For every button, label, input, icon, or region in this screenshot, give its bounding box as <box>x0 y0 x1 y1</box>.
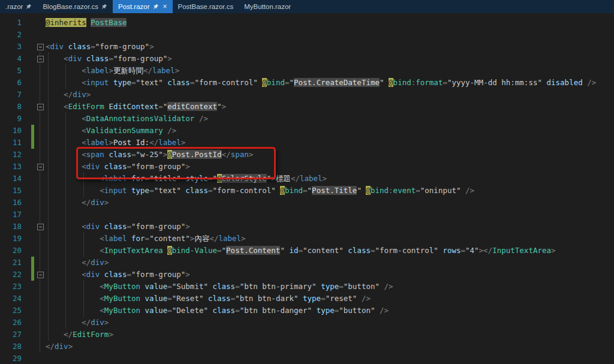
change-tracking-bar <box>31 245 34 257</box>
tab-label: MyButton.razor <box>244 3 291 10</box>
change-tracking-bar <box>31 113 34 125</box>
code-text: <ValidationSummary /> <box>46 125 176 137</box>
tab-label: BlogBase.razor.cs <box>43 3 98 10</box>
change-tracking-bar <box>31 53 34 65</box>
fold-toggle-icon[interactable]: − <box>37 56 44 62</box>
change-tracking-bar <box>31 101 34 113</box>
close-icon[interactable]: × <box>163 4 167 10</box>
code-text: </div> <box>46 197 109 209</box>
code-line: 5 <label>更新時間</label> <box>0 65 614 77</box>
outlining-margin <box>36 77 46 89</box>
code-text: <label>Post Id:</label> <box>46 137 185 149</box>
code-line: 24 <MyButton value="Reset" class="btn bt… <box>0 293 614 305</box>
change-tracking-bar <box>31 185 34 197</box>
change-tracking-bar <box>31 161 34 173</box>
outlining-margin: − <box>36 161 46 173</box>
line-number: 16 <box>0 197 22 209</box>
code-text: <input type="text" class="form-control" … <box>46 77 596 89</box>
line-number: 18 <box>0 221 22 233</box>
tab-bar: .razorBlogBase.razor.csPost.razor×PostBa… <box>0 0 614 13</box>
line-number: 19 <box>0 233 22 245</box>
line-number: 17 <box>0 209 22 221</box>
fold-toggle-icon[interactable]: − <box>37 164 44 170</box>
editor-tab--razor[interactable]: .razor <box>0 0 37 13</box>
tab-label: PostBase.razor.cs <box>178 3 234 10</box>
code-line: 29 <box>0 353 614 364</box>
code-text: <div class="form-group"> <box>46 221 190 233</box>
fold-toggle-icon[interactable]: − <box>37 272 44 278</box>
outlining-margin <box>36 185 46 197</box>
editor-tab-post-razor[interactable]: Post.razor× <box>113 0 172 13</box>
editor-tab-postbase-razor-cs[interactable]: PostBase.razor.cs <box>173 0 239 13</box>
code-line: 2 <box>0 29 614 41</box>
code-text: <MyButton value="Delete" class="btn btn-… <box>46 305 389 317</box>
change-tracking-bar <box>31 257 34 269</box>
code-line: 25 <MyButton value="Delete" class="btn b… <box>0 305 614 317</box>
editor-tab-blogbase-razor-cs[interactable]: BlogBase.razor.cs <box>37 0 113 13</box>
code-line: 15 <input type="text" class="form-contro… <box>0 185 614 197</box>
outlining-margin <box>36 17 46 29</box>
outlining-margin <box>36 89 46 101</box>
line-number: 6 <box>0 77 22 89</box>
code-text: <label for="content">內容</label> <box>46 233 246 245</box>
code-line: 20 <InputTextArea @bind-Value="Post.Cont… <box>0 245 614 257</box>
code-text: <div class="form-group"> <box>46 269 190 281</box>
change-tracking-bar <box>31 209 34 221</box>
change-tracking-bar <box>31 65 34 77</box>
code-editor[interactable]: 1@inherits PostBase23−<div class="form-g… <box>0 13 614 364</box>
change-tracking-bar <box>31 17 34 29</box>
code-text: <div class="form-group"> <box>46 41 154 53</box>
code-line: 14 <label for="title" style="@ColorStyle… <box>0 173 614 185</box>
outlining-margin: − <box>36 53 46 65</box>
code-text: <InputTextArea @bind-Value="Post.Content… <box>46 245 556 257</box>
code-line: 8− <EditForm EditContext="editContext"> <box>0 101 614 113</box>
change-tracking-bar <box>31 173 34 185</box>
code-line: 9 <DataAnnotationsValidator /> <box>0 113 614 125</box>
editor-tab-mybutton-razor[interactable]: MyButton.razor <box>239 0 296 13</box>
line-number: 4 <box>0 53 22 65</box>
code-line: 12 <span class="w-25">@Post.PostId</span… <box>0 149 614 161</box>
code-line: 4− <div class="form-group"> <box>0 53 614 65</box>
code-text: <MyButton value="Reset" class="btn btn-d… <box>46 293 371 305</box>
code-line: 11 <label>Post Id:</label> <box>0 137 614 149</box>
code-line: 27 </EditForm> <box>0 329 614 341</box>
outlining-margin: − <box>36 41 46 53</box>
line-number: 26 <box>0 317 22 329</box>
code-text: <div class="form-group"> <box>46 161 190 173</box>
code-text: <DataAnnotationsValidator /> <box>46 113 208 125</box>
outlining-margin <box>36 293 46 305</box>
outlining-margin <box>36 329 46 341</box>
fold-toggle-icon[interactable]: − <box>37 104 44 110</box>
pin-icon[interactable] <box>26 4 32 10</box>
fold-toggle-icon[interactable]: − <box>37 224 44 230</box>
pin-icon[interactable] <box>101 4 107 10</box>
line-number: 5 <box>0 65 22 77</box>
outlining-margin <box>36 65 46 77</box>
change-tracking-bar <box>31 125 34 137</box>
code-text: </div> <box>46 257 109 269</box>
outlining-margin <box>36 341 46 353</box>
line-number: 24 <box>0 293 22 305</box>
change-tracking-bar <box>31 77 34 89</box>
code-line: 6 <input type="text" class="form-control… <box>0 77 614 89</box>
outlining-margin: − <box>36 101 46 113</box>
code-line: 26 </div> <box>0 317 614 329</box>
code-text: </div> <box>46 89 91 101</box>
change-tracking-bar <box>31 293 34 305</box>
line-number: 14 <box>0 173 22 185</box>
outlining-margin <box>36 149 46 161</box>
code-text: </EditForm> <box>46 329 113 341</box>
change-tracking-bar <box>31 89 34 101</box>
code-text: @inherits PostBase <box>46 17 127 29</box>
code-line: 13− <div class="form-group"> <box>0 161 614 173</box>
code-line: 16 </div> <box>0 197 614 209</box>
code-line: 7 </div> <box>0 89 614 101</box>
outlining-margin <box>36 317 46 329</box>
pin-icon[interactable] <box>153 4 159 10</box>
outlining-margin <box>36 257 46 269</box>
code-line: 22− <div class="form-group"> <box>0 269 614 281</box>
code-text: <input type="text" class="form-control" … <box>46 185 474 197</box>
fold-toggle-icon[interactable]: − <box>37 44 44 50</box>
outlining-margin <box>36 173 46 185</box>
outlining-margin <box>36 353 46 364</box>
